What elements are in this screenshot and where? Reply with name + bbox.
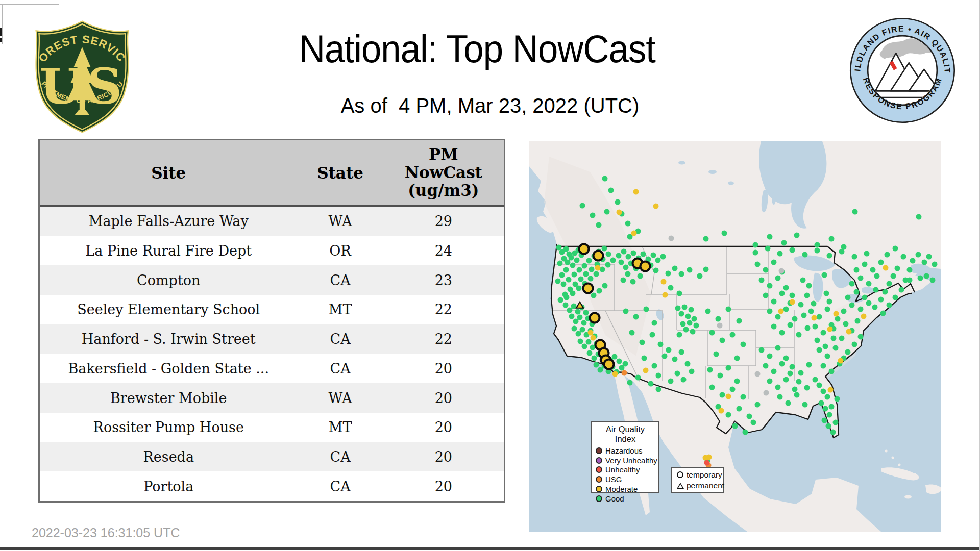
monitor-dot-good — [650, 253, 656, 258]
temporary-site-marker — [593, 250, 604, 262]
monitor-dot-moderate — [633, 189, 639, 195]
monitor-dot-good — [564, 295, 570, 300]
marker-legend-label: temporary — [687, 470, 722, 480]
temporary-site-marker — [603, 358, 615, 370]
monitor-dot-good — [851, 254, 857, 259]
monitor-dot-good — [688, 307, 694, 313]
monitor-dot-good — [874, 273, 879, 279]
monitor-dot-good — [626, 254, 631, 260]
monitor-dot-good — [655, 258, 661, 263]
monitor-dot-good — [602, 283, 608, 289]
monitor-dot-good — [771, 324, 777, 330]
monitor-dot-good — [726, 412, 731, 417]
aqi-legend-item: Hazardous — [596, 446, 655, 456]
monitor-dot-good — [929, 277, 935, 283]
value-cell: 22 — [383, 331, 504, 347]
monitor-dot-good — [605, 262, 610, 267]
screen-edge-artifact — [0, 28, 2, 36]
monitor-dot-good — [775, 314, 781, 320]
value-cell: 20 — [383, 479, 504, 494]
monitor-dot-good — [672, 265, 678, 271]
monitor-dot-good — [835, 316, 841, 322]
monitor-dot-moderate — [595, 265, 600, 270]
table-row: Bakersfield - Golden State ...CA20 — [40, 354, 504, 384]
monitor-dot-good — [707, 367, 713, 372]
monitor-dot-good — [589, 266, 594, 272]
state-cell: CA — [297, 479, 383, 494]
monitor-dot-good — [814, 248, 820, 254]
monitor-dot-good — [915, 252, 921, 257]
usg-swatch-icon — [596, 476, 602, 483]
monitor-dot-good — [802, 402, 807, 408]
monitor-dot-moderate — [789, 299, 795, 305]
monitor-dot-good — [687, 320, 692, 325]
table-row: ResedaCA20 — [40, 442, 504, 472]
aqi-legend-item: Moderate — [596, 484, 655, 494]
table-row: La Pine Rural Fire DeptOR24 — [40, 236, 504, 266]
state-cell: MT — [297, 302, 383, 317]
monitor-dot-good — [891, 273, 896, 279]
monitor-dot-good — [790, 293, 795, 298]
monitor-dot-good — [587, 350, 593, 356]
monitor-dot-good — [798, 370, 803, 375]
monitor-dot-moderate — [660, 279, 666, 284]
monitor-dot-good — [804, 385, 810, 390]
monitor-dot-good — [660, 254, 666, 259]
monitor-dot-good — [571, 326, 577, 332]
monitor-dot-good — [573, 319, 578, 324]
monitor-dot-moderate — [883, 265, 888, 270]
wfaqrp-logo: WILDLAND FIRE • AIR QUALITY RESPONSE PRO… — [848, 16, 957, 124]
monitor-dot-good — [604, 209, 610, 214]
column-header-pm-nowcast: PM NowCast (ug/m3) — [383, 146, 504, 199]
monitor-dot-good — [658, 341, 664, 347]
monitor-dot-good — [672, 356, 678, 362]
monitor-dot-good — [703, 266, 709, 272]
monitor-dot-good — [866, 281, 871, 287]
monitor-dot-good — [674, 371, 680, 377]
monitor-dot-good — [692, 316, 697, 322]
monitor-dot-good — [767, 379, 773, 384]
monitor-dot-good — [690, 329, 696, 335]
monitor-dot-good — [579, 203, 585, 209]
monitor-dot-good — [678, 349, 684, 355]
monitor-dot-good — [596, 222, 602, 228]
monitor-dot-moderate — [706, 454, 712, 460]
page-subtitle: As of 4 PM, Mar 23, 2022 (UTC) — [0, 94, 980, 117]
monitor-dot-good — [831, 336, 837, 341]
monitor-dot-moderate — [726, 394, 731, 399]
aqi-legend-item: Unhealthy — [596, 465, 655, 475]
table-row: Rossiter Pump HouseMT20 — [40, 413, 504, 442]
monitor-dot-good — [567, 308, 572, 313]
monitor-dot-good — [560, 281, 566, 287]
monitor-dot-good — [822, 417, 827, 423]
monitor-dot-good — [625, 220, 630, 226]
monitor-dot-good — [775, 275, 781, 281]
monitor-dot-good — [608, 187, 614, 193]
monitor-dot-good — [801, 313, 807, 318]
monitor-dot-good — [693, 323, 699, 329]
aqi-legend-label: Hazardous — [605, 446, 643, 455]
monitor-dot-good — [653, 268, 658, 273]
monitor-dot-good — [720, 392, 725, 398]
monitor-dot-good — [758, 347, 764, 353]
monitor-dot-good — [854, 318, 860, 323]
monitor-dot-good — [878, 260, 884, 265]
value-cell: 20 — [383, 361, 504, 377]
monitor-dot-good — [899, 287, 904, 292]
monitor-dot-good — [718, 373, 723, 379]
site-cell: Maple Falls-Azure Way — [40, 213, 297, 229]
monitor-dot-good — [852, 209, 858, 214]
screen-edge-artifact — [0, 38, 2, 42]
monitor-dot-good — [777, 394, 783, 400]
monitor-dot-good — [746, 414, 752, 419]
monitor-dot-good — [932, 261, 937, 267]
monitor-dot-good — [887, 281, 892, 287]
monitor-dot-good — [825, 394, 830, 400]
monitor-dot-good — [821, 363, 826, 368]
monitor-dot-good — [593, 362, 599, 368]
monitor-dot-good — [827, 253, 832, 259]
monitor-dot-good — [590, 213, 596, 218]
table-row: ComptonCA23 — [40, 265, 504, 295]
monitor-dot-good — [569, 314, 574, 319]
monitor-dot-good — [627, 380, 632, 385]
